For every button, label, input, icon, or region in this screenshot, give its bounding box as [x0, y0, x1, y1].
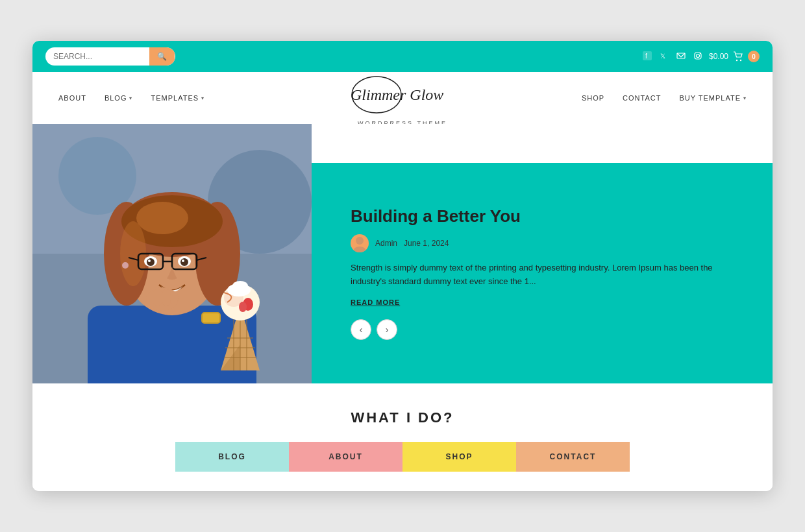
instagram-icon[interactable] [693, 51, 702, 62]
svg-point-6 [700, 53, 701, 54]
post-avatar [351, 234, 369, 252]
what-blog-button[interactable]: BLOG [175, 442, 289, 472]
svg-text:Glimmer Glow: Glimmer Glow [351, 86, 443, 103]
svg-point-7 [736, 60, 737, 61]
svg-point-23 [136, 202, 188, 234]
what-shop-button[interactable]: SHOP [402, 442, 516, 472]
nav-shop[interactable]: SHOP [582, 94, 604, 102]
svg-text:𝕏: 𝕏 [660, 53, 665, 60]
search-wrapper: 🔍 [45, 47, 175, 66]
search-button[interactable]: 🔍 [149, 47, 175, 66]
svg-point-56 [232, 281, 248, 291]
chevron-down-icon: ▾ [129, 95, 132, 101]
svg-rect-40 [170, 291, 178, 304]
hero-content-area: Building a Better You Admin June 1, 2024… [312, 124, 773, 383]
svg-point-58 [353, 247, 366, 252]
svg-rect-0 [643, 51, 652, 60]
nav-bar: ABOUT BLOG ▾ TEMPLATES ▾ Glimmer Glow WO… [32, 72, 773, 124]
next-button[interactable]: › [377, 319, 397, 340]
search-input[interactable] [45, 48, 149, 65]
what-section: WHAT I DO? BLOG ABOUT SHOP CONTACT [32, 383, 773, 491]
cart-area[interactable]: $0.00 0 [709, 51, 760, 62]
what-about-button[interactable]: ABOUT [289, 442, 402, 472]
top-bar: 🔍 f 𝕏 $0.00 0 [32, 41, 773, 72]
hero-section: Building a Better You Admin June 1, 2024… [32, 124, 773, 383]
nav-contact[interactable]: CONTACT [623, 94, 661, 102]
read-more-link[interactable]: READ MORE [351, 298, 740, 306]
svg-point-54 [239, 302, 247, 312]
slider-controls: ‹ › [351, 319, 740, 340]
chevron-down-icon: ▾ [743, 95, 747, 101]
social-icons: f 𝕏 [643, 51, 702, 62]
chevron-down-icon: ▾ [201, 95, 204, 101]
svg-rect-39 [162, 289, 171, 306]
logo-title: Glimmer Glow [331, 70, 474, 119]
svg-rect-38 [153, 289, 162, 306]
svg-text:f: f [645, 53, 647, 60]
post-author: Admin [375, 239, 397, 248]
svg-point-57 [356, 237, 364, 245]
svg-point-36 [122, 262, 129, 269]
nav-blog[interactable]: BLOG ▾ [105, 94, 133, 102]
post-date: June 1, 2024 [404, 239, 449, 248]
hero-image [32, 124, 312, 383]
post-excerpt: Strength is simply dummy text of the pri… [351, 261, 740, 289]
facebook-icon[interactable]: f [643, 51, 652, 62]
nav-templates[interactable]: TEMPLATES ▾ [151, 94, 204, 102]
svg-point-34 [148, 260, 151, 262]
nav-about[interactable]: ABOUT [58, 94, 86, 102]
logo-center: Glimmer Glow WORDPRESS THEME [331, 70, 474, 127]
cart-price: $0.00 [709, 52, 728, 61]
what-contact-button[interactable]: CONTACT [516, 442, 630, 472]
what-title: WHAT I DO? [58, 409, 747, 426]
svg-point-33 [180, 258, 188, 266]
svg-point-32 [147, 258, 155, 266]
svg-rect-42 [203, 313, 219, 322]
post-meta: Admin June 1, 2024 [351, 234, 740, 252]
hero-top-white [312, 124, 773, 163]
svg-point-5 [696, 54, 699, 57]
hero-image-container [32, 124, 312, 383]
svg-point-8 [740, 60, 741, 61]
nav-buy-template[interactable]: BUY TEMPLATE ▾ [679, 94, 747, 102]
post-title: Building a Better You [351, 206, 740, 226]
email-icon[interactable] [676, 51, 686, 62]
prev-button[interactable]: ‹ [351, 319, 371, 340]
what-buttons: BLOG ABOUT SHOP CONTACT [175, 442, 630, 472]
hero-teal: Building a Better You Admin June 1, 2024… [312, 163, 773, 383]
browser-window: 🔍 f 𝕏 $0.00 0 ABOUT [32, 41, 773, 491]
twitter-icon[interactable]: 𝕏 [660, 51, 669, 62]
svg-point-35 [182, 260, 184, 262]
cart-count: 0 [748, 51, 760, 62]
